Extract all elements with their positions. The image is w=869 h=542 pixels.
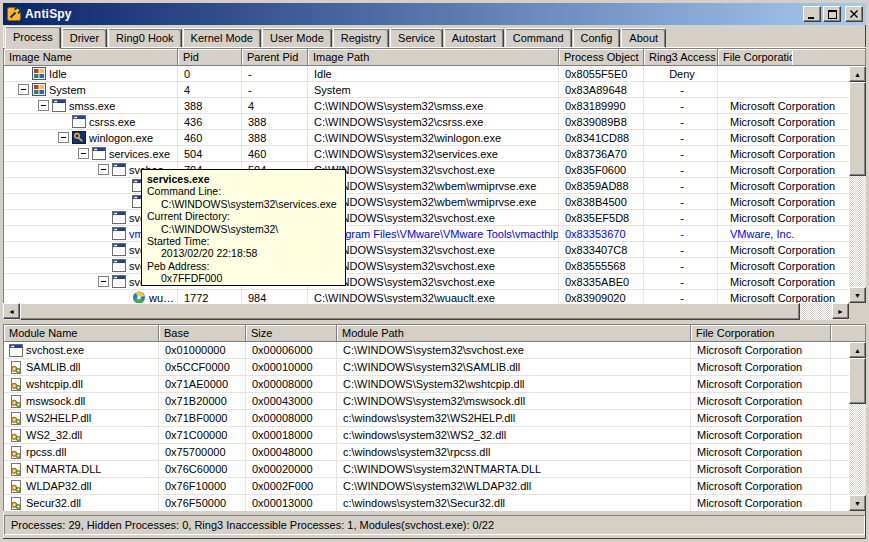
scroll-up-button[interactable]: ▲	[849, 342, 866, 358]
tab-registry[interactable]: Registry	[333, 28, 389, 48]
tab-about[interactable]: About	[621, 28, 666, 48]
process-row[interactable]: svchost.exeC:\WINDOWS\system32\svchost.e…	[4, 258, 849, 274]
module-name: WS2HELP.dll	[26, 412, 91, 424]
gears-icon	[9, 395, 23, 408]
scroll-right-button[interactable]: ►	[832, 303, 849, 319]
module-row[interactable]: mswsock.dll0x71B200000x00043000C:\WINDOW…	[4, 393, 849, 410]
process-row[interactable]: winlogon.exe460388C:\WINDOWS\system32\wi…	[4, 130, 849, 146]
module-row[interactable]: WS2HELP.dll0x71BF00000x00008000c:\window…	[4, 410, 849, 427]
minimize-button[interactable]	[803, 6, 821, 22]
tree-collapse-toggle[interactable]	[58, 132, 69, 143]
title-bar[interactable]: AntiSpy	[3, 3, 866, 25]
tab-autostart[interactable]: Autostart	[444, 28, 504, 48]
process-row[interactable]: services.exe504460C:\WINDOWS\system32\se…	[4, 146, 849, 162]
tab-ring0-hook[interactable]: Ring0 Hook	[108, 28, 181, 48]
module-row[interactable]: NTMARTA.DLL0x76C600000x00020000C:\WINDOW…	[4, 461, 849, 478]
scroll-thumb[interactable]	[849, 358, 866, 404]
tab-process[interactable]: Process	[5, 26, 61, 49]
module-vertical-scrollbar[interactable]: ▲ ▼	[849, 342, 866, 511]
module-row[interactable]: rpcss.dll0x757000000x00048000c:\windows\…	[4, 444, 849, 461]
cell: 0x00008000	[246, 376, 337, 392]
column-header-file-corporation[interactable]: File Corporation	[691, 325, 831, 342]
tab-command[interactable]: Command	[505, 28, 572, 48]
process-row[interactable]: svchost.exe704504C:\WINDOWS\system32\svc…	[4, 162, 849, 178]
scrollbar-corner	[849, 303, 866, 320]
process-vertical-scrollbar[interactable]: ▲ ▼	[849, 66, 866, 303]
cell: Microsoft Corporation	[691, 376, 831, 392]
column-header-image-name[interactable]: Image Name	[4, 49, 178, 66]
module-row[interactable]: wshtcpip.dll0x71AE00000x00008000C:\WINDO…	[4, 376, 849, 393]
cell: C:\WINDOWS\system32\services.exe	[308, 146, 559, 161]
close-button[interactable]	[845, 6, 863, 22]
process-name: services.exe	[109, 148, 170, 160]
process-row[interactable]: vmacthlp.exeC:\Program Files\VMware\VMwa…	[4, 226, 849, 242]
module-row[interactable]: WLDAP32.dll0x76F100000x0002F000C:\WINDOW…	[4, 478, 849, 495]
maximize-button[interactable]	[823, 6, 841, 22]
tab-kernel-mode[interactable]: Kernel Mode	[183, 28, 261, 48]
tab-config[interactable]: Config	[573, 28, 621, 48]
cell: Microsoft Corporation	[718, 162, 849, 177]
process-row[interactable]: wmiprvse.exeC:\WINDOWS\system32\wbem\wmi…	[4, 194, 849, 210]
process-row[interactable]: System4-System0x83A89648-	[4, 82, 849, 98]
cell: -	[644, 258, 718, 273]
tab-user-mode[interactable]: User Mode	[262, 28, 332, 48]
cell: Microsoft Corporation	[718, 194, 849, 209]
process-row[interactable]: svchost.exeC:\WINDOWS\system32\svchost.e…	[4, 274, 849, 290]
column-header-ring3-access[interactable]: Ring3 Access	[644, 49, 718, 66]
process-row[interactable]: svchost.exeC:\WINDOWS\system32\svchost.e…	[4, 242, 849, 258]
tooltip-label: Command Line:	[147, 185, 340, 197]
scroll-thumb[interactable]	[20, 303, 800, 320]
column-header-module-name[interactable]: Module Name	[4, 325, 159, 342]
column-header-image-path[interactable]: Image Path	[308, 49, 559, 66]
image-name-cell: csrss.exe	[4, 114, 178, 129]
process-row[interactable]: wuauclt.exe1772984C:\WINDOWS\system32\wu…	[4, 290, 849, 303]
tab-service[interactable]: Service	[390, 28, 443, 48]
cell	[831, 376, 849, 392]
cell: Microsoft Corporation	[691, 444, 831, 460]
wrench-app-icon	[7, 7, 21, 21]
scroll-down-button[interactable]: ▼	[849, 495, 866, 511]
scroll-track[interactable]	[800, 303, 832, 320]
tree-collapse-toggle[interactable]	[98, 164, 109, 175]
tab-driver[interactable]: Driver	[62, 28, 107, 48]
module-row[interactable]: svchost.exe0x010000000x00006000C:\WINDOW…	[4, 342, 849, 359]
cell: 0x833407C8	[559, 242, 644, 257]
scroll-up-button[interactable]: ▲	[849, 66, 866, 82]
tree-collapse-toggle[interactable]	[18, 84, 29, 95]
process-row[interactable]: Idle0-Idle0x8055F5E0Deny	[4, 66, 849, 82]
module-row[interactable]: Secur32.dll0x76F500000x00013000c:\window…	[4, 495, 849, 511]
column-header-module-path[interactable]: Module Path	[337, 325, 691, 342]
cell: -	[644, 194, 718, 209]
column-header-pid[interactable]: Pid	[178, 49, 242, 66]
column-header-process-object[interactable]: Process Object	[559, 49, 644, 66]
cell: Microsoft Corporation	[718, 98, 849, 113]
cell: 0x71AE0000	[159, 376, 246, 392]
module-row[interactable]: WS2_32.dll0x71C000000x00018000c:\windows…	[4, 427, 849, 444]
tree-collapse-toggle[interactable]	[78, 148, 89, 159]
column-header-parent-pid[interactable]: Parent Pid	[242, 49, 308, 66]
process-row[interactable]: svchost.exeC:\WINDOWS\system32\svchost.e…	[4, 210, 849, 226]
tree-collapse-toggle[interactable]	[98, 276, 109, 287]
gears-icon	[9, 429, 23, 442]
cell: Microsoft Corporation	[691, 359, 831, 375]
scroll-thumb[interactable]	[849, 82, 866, 176]
image-name-cell: winlogon.exe	[4, 130, 178, 145]
window-icon	[112, 259, 126, 272]
cell: -	[644, 114, 718, 129]
column-header-base[interactable]: Base	[159, 325, 246, 342]
tooltip-title: services.exe	[147, 173, 340, 185]
process-row[interactable]: csrss.exe436388C:\WINDOWS\system32\csrss…	[4, 114, 849, 130]
scroll-left-button[interactable]: ◄	[3, 303, 20, 319]
tree-indent	[98, 249, 112, 250]
process-row[interactable]: smss.exe3884C:\WINDOWS\system32\smss.exe…	[4, 98, 849, 114]
cell	[718, 66, 849, 81]
process-horizontal-scrollbar[interactable]: ◄ ►	[3, 303, 866, 320]
column-header-file-corporation[interactable]: File Corporation	[718, 49, 792, 66]
process-row[interactable]: wmiprvse.exeC:\WINDOWS\system32\wbem\wmi…	[4, 178, 849, 194]
column-header-size[interactable]: Size	[246, 325, 337, 342]
scroll-down-button[interactable]: ▼	[849, 287, 866, 303]
system-icon	[32, 83, 46, 96]
window-icon	[112, 211, 126, 224]
module-row[interactable]: SAMLIB.dll0x5CCF00000x00010000C:\WINDOWS…	[4, 359, 849, 376]
tree-collapse-toggle[interactable]	[38, 100, 49, 111]
